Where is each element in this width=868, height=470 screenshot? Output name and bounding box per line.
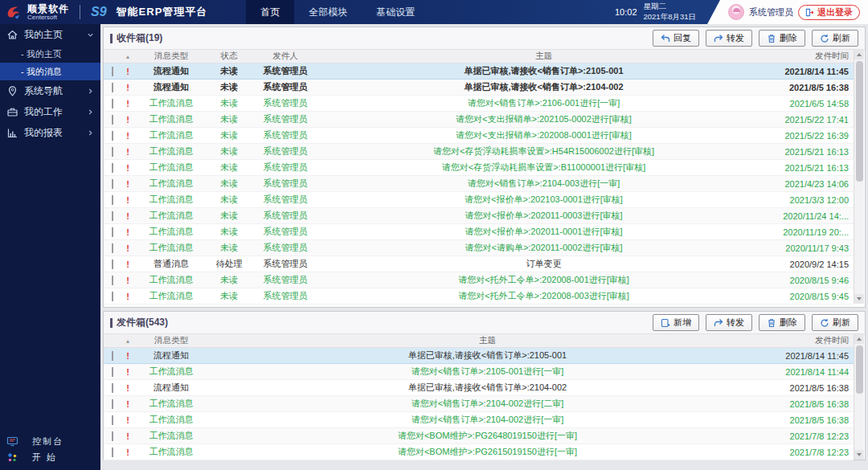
column-header-type[interactable]: 消息类型	[134, 51, 208, 62]
table-row[interactable]: ! 流程通知 未读 系统管理员 单据已审核,请接收<销售订单>:2104-002…	[104, 80, 854, 96]
message-subject: 请您对<请购单>:202011-0002进行[审核]	[321, 242, 767, 254]
column-header-status[interactable]: 状态	[208, 51, 250, 62]
refresh-button[interactable]: 刷新	[812, 30, 858, 47]
row-checkbox[interactable]	[112, 243, 113, 253]
forward-button[interactable]: 转发	[706, 314, 752, 331]
table-row[interactable]: ! 工作流消息 未读 系统管理员 请您对<销售订单>:2104-003进行[一审…	[104, 176, 854, 192]
table-row[interactable]: ! 工作流消息 未读 系统管理员 请您对<支出报销单>:202008-0001进…	[104, 128, 854, 144]
console-button[interactable]: 控制台	[0, 433, 100, 449]
table-row[interactable]: ! 工作流消息 未读 系统管理员 请您对<请购单>:202011-0002进行[…	[104, 240, 854, 256]
table-row[interactable]: ! 普通消息 待处理 系统管理员 订单变更 2020/9/2 14:15	[104, 256, 854, 272]
row-checkbox[interactable]	[112, 163, 113, 173]
message-status: 未读	[208, 242, 250, 254]
row-checkbox[interactable]	[112, 367, 113, 377]
sidebar-subitem-my-home[interactable]: - 我的主页	[0, 45, 100, 63]
table-row[interactable]: ! 工作流消息 未读 系统管理员 请您对<报价单>:202011-0003进行[…	[104, 208, 854, 224]
table-row[interactable]: ! 工作流消息 未读 系统管理员 请您对<托外工令单>:202008-001进行…	[104, 272, 854, 288]
row-checkbox[interactable]	[112, 147, 113, 157]
priority-column-icon[interactable]: ▲	[121, 54, 134, 59]
delete-button[interactable]: 删除	[759, 314, 805, 331]
column-header-type[interactable]: 消息类型	[134, 335, 208, 346]
message-date: 2020/8/15 9:45	[767, 292, 854, 301]
sidebar-item-my-reports[interactable]: 我的报表	[0, 122, 100, 143]
table-row[interactable]: ! 工作流消息 未读 系统管理员 请您对<托外工令单>:202008-003进行…	[104, 288, 854, 304]
outbox-scrollbar[interactable]	[854, 334, 864, 460]
table-row[interactable]: ! 流程通知 单据已审核,请接收<销售订单>:2104-002 2021/8/5…	[104, 380, 854, 396]
message-sender: 系统管理员	[250, 290, 321, 302]
table-row[interactable]: ! 工作流消息 请您对<销售订单>:2105-001进行[一审] 2021/8/…	[104, 364, 854, 380]
top-navigation: 首页 全部模块 基础设置	[246, 0, 429, 24]
table-row[interactable]: ! 工作流消息 未读 系统管理员 请您对<支出报销单>:202105-0002进…	[104, 112, 854, 128]
priority-column-icon[interactable]: ▲	[121, 338, 134, 344]
table-row[interactable]: ! 工作流消息 未读 系统管理员 请您对<报价单>:202011-0001进行[…	[104, 224, 854, 240]
message-date: 2021/6/5 14:58	[767, 99, 854, 108]
nav-tab-all-modules[interactable]: 全部模块	[294, 0, 362, 24]
table-row[interactable]: ! 工作流消息 未读 系统管理员 请您对<报价单>:202103-0001进行[…	[104, 192, 854, 208]
column-header-date[interactable]: 发件时间	[767, 335, 854, 346]
new-button[interactable]: 新增	[653, 314, 699, 331]
nav-tab-basic-settings[interactable]: 基础设置	[362, 0, 429, 24]
scroll-up-arrow[interactable]	[854, 334, 864, 344]
table-row[interactable]: ! 流程通知 未读 系统管理员 单据已审核,请接收<销售订单>:2105-001…	[104, 63, 854, 80]
location-pin-icon	[6, 85, 18, 97]
table-row[interactable]: ! 工作流消息 未读 系统管理员 请您对<存货浮动耗损率设置>:B1100000…	[104, 160, 854, 176]
start-button[interactable]: 开 始	[0, 449, 100, 465]
table-row[interactable]: ! 工作流消息 请您对<BOM维护>:PG2648019150进行[一审] 20…	[104, 428, 854, 444]
row-checkbox[interactable]	[112, 399, 113, 409]
row-checkbox[interactable]	[112, 131, 113, 141]
row-checkbox[interactable]	[112, 415, 113, 425]
message-subject: 单据已审核,请接收<销售订单>:2105-001	[321, 65, 767, 77]
column-header-date[interactable]: 发件时间	[767, 51, 854, 62]
inbox-scrollbar[interactable]	[854, 50, 864, 304]
message-date: 2021/5/21 16:13	[767, 163, 854, 173]
scroll-down-arrow[interactable]	[854, 294, 864, 304]
table-row[interactable]: ! 工作流消息 请您对<BOM维护>:PG2615019150进行[一审] 20…	[104, 444, 854, 460]
sidebar-subitem-my-messages[interactable]: - 我的消息	[0, 63, 100, 80]
delete-button[interactable]: 删除	[759, 30, 805, 47]
column-header-subject[interactable]: 主题	[208, 335, 767, 346]
column-header-subject[interactable]: 主题	[321, 51, 767, 62]
scroll-thumb[interactable]	[856, 61, 863, 182]
message-status: 未读	[208, 161, 250, 174]
message-date: 2021/4/23 14:06	[767, 179, 854, 189]
table-row[interactable]: ! 工作流消息 未读 系统管理员 请您对<销售订单>:2106-001进行[一审…	[104, 96, 854, 112]
brand-subname: Centersoft	[27, 14, 69, 21]
row-checkbox[interactable]	[112, 448, 113, 457]
user-area: 系统管理员 退出登录	[707, 0, 868, 24]
scroll-up-arrow[interactable]	[854, 50, 864, 59]
table-row[interactable]: ! 工作流消息 请您对<销售订单>:2104-002进行[二审] 2021/8/…	[104, 396, 854, 412]
row-checkbox[interactable]	[112, 227, 113, 237]
column-header-sender[interactable]: 发件人	[250, 51, 321, 62]
row-checkbox[interactable]	[112, 83, 113, 92]
row-checkbox[interactable]	[112, 260, 113, 269]
reply-button[interactable]: 回复	[653, 30, 699, 47]
row-checkbox[interactable]	[112, 211, 113, 221]
row-checkbox[interactable]	[112, 351, 113, 361]
logout-button[interactable]: 退出登录	[798, 5, 860, 20]
row-checkbox[interactable]	[112, 179, 113, 189]
table-row[interactable]: ! 工作流消息 未读 系统管理员 请您对<存货浮动耗损率设置>:H54R1500…	[104, 144, 854, 160]
brand-logo: 顺景软件 Centersoft S9 智能ERP管理平台	[0, 3, 207, 21]
message-status: 未读	[208, 129, 250, 141]
row-checkbox[interactable]	[112, 67, 113, 76]
row-checkbox[interactable]	[112, 115, 113, 125]
erp-app-window: 顺景软件 Centersoft S9 智能ERP管理平台 首页 全部模块 基础设…	[0, 0, 868, 470]
row-checkbox[interactable]	[112, 276, 113, 285]
row-checkbox[interactable]	[112, 383, 113, 393]
row-checkbox[interactable]	[112, 99, 113, 108]
sidebar-item-my-work[interactable]: 我的工作	[0, 101, 100, 122]
table-row[interactable]: ! 流程通知 单据已审核,请接收<销售订单>:2105-001 2021/8/1…	[104, 348, 854, 364]
row-checkbox[interactable]	[112, 431, 113, 441]
table-row[interactable]: ! 工作流消息 请您对<销售订单>:2104-002进行[一审] 2021/8/…	[104, 412, 854, 428]
scroll-thumb[interactable]	[856, 345, 863, 394]
row-checkbox[interactable]	[112, 195, 113, 205]
scroll-down-arrow[interactable]	[854, 450, 864, 460]
refresh-button[interactable]: 刷新	[812, 314, 858, 331]
user-avatar[interactable]	[728, 4, 744, 20]
nav-tab-home[interactable]: 首页	[246, 0, 294, 24]
clock-weekday: 星期二	[644, 2, 696, 12]
row-checkbox[interactable]	[112, 292, 113, 301]
sidebar-item-my-home[interactable]: 我的主页	[0, 24, 100, 45]
sidebar-item-system-navigation[interactable]: 系统导航	[0, 80, 100, 101]
forward-button[interactable]: 转发	[706, 30, 752, 47]
